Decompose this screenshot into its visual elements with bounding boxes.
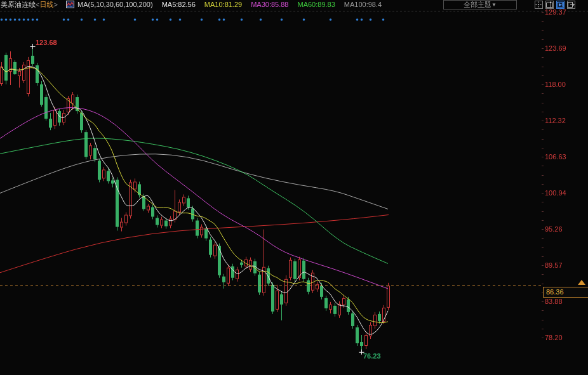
line-chart-icon[interactable] [66, 1, 74, 8]
high-price-label: 123.68 [36, 39, 57, 46]
pane-export-tool-icon[interactable] [567, 1, 575, 9]
y-axis-label: 95.26 [545, 225, 563, 233]
y-axis-label: 89.57 [545, 261, 563, 269]
header-bar: 美原油连续<日线> MA(5,10,30,60,100,200)MA5:82.5… [0, 0, 588, 10]
ma60-reading: MA60:89.83 [298, 1, 335, 8]
y-axis-label: 100.94 [545, 189, 566, 197]
symbol-name: 美原油连续 [1, 1, 36, 8]
indicator-readings: MA(5,10,30,60,100,200)MA5:82.56MA10:81.2… [77, 0, 391, 9]
axis-scale-tool-icon[interactable] [545, 1, 554, 9]
chart-window: 美原油连续<日线> MA(5,10,30,60,100,200)MA5:82.5… [0, 0, 588, 375]
price-up-arrow-icon [578, 280, 585, 285]
indicator-label: MA(5,10,30,60,100,200) [77, 1, 153, 8]
crosshair-tool-icon[interactable] [535, 1, 543, 9]
y-axis-label: 112.32 [545, 117, 566, 124]
period-label: 日线 [39, 1, 53, 8]
y-axis-label: 78.20 [545, 334, 563, 341]
ma10-reading: MA10:81.29 [204, 1, 242, 8]
y-axis-label: 118.00 [545, 81, 566, 88]
playback-tool-icon[interactable] [556, 1, 565, 9]
y-axis-label: 106.63 [545, 153, 566, 161]
theme-dropdown[interactable]: 全部主题▼ [443, 0, 517, 10]
last-price-tag: 86.36 [543, 287, 588, 298]
instrument-title: 美原油连续<日线> [1, 0, 58, 9]
ma30-reading: MA30:85.88 [251, 1, 288, 8]
low-price-label: 76.23 [363, 352, 381, 360]
chart-canvas[interactable] [0, 0, 588, 375]
ma100-reading: MA100:98.4 [344, 1, 382, 8]
y-axis-label: 83.88 [545, 298, 563, 305]
dropdown-arrow-icon: ▼ [491, 2, 497, 8]
ma5-reading: MA5:82.56 [162, 1, 196, 8]
y-axis-label: 123.69 [545, 44, 566, 52]
